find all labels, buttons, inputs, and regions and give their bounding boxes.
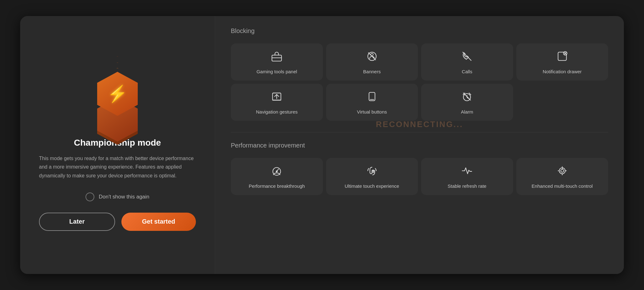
- notification-off-icon: [556, 50, 568, 64]
- performance-breakthrough-label: Performance breakthrough: [249, 183, 305, 189]
- pulse-icon: [461, 165, 473, 178]
- right-panel: RECONNECTING... Blocking Gaming tools pa…: [215, 16, 624, 274]
- dont-show-radio[interactable]: [86, 192, 94, 201]
- gaming-tools-label: Gaming tools panel: [257, 68, 297, 75]
- get-started-button[interactable]: Get started: [121, 213, 196, 231]
- navigation-gestures-label: Navigation gestures: [256, 109, 298, 115]
- feature-banners[interactable]: Banners: [326, 43, 418, 81]
- feature-navigation-gestures[interactable]: Navigation gestures: [231, 84, 323, 121]
- feature-alarm[interactable]: Alarm: [421, 84, 513, 121]
- multi-touch-icon: [556, 165, 568, 178]
- feature-performance-breakthrough[interactable]: Performance breakthrough: [231, 158, 323, 195]
- alarm-label: Alarm: [461, 109, 473, 115]
- notification-drawer-label: Notification drawer: [543, 68, 582, 75]
- mode-description: This mode gets you ready for a match wit…: [39, 154, 196, 180]
- left-panel: ⚡ Championship mode This mode gets you r…: [20, 16, 215, 274]
- feature-notification-drawer[interactable]: Notification drawer: [516, 43, 608, 81]
- virtual-btn-icon: [366, 91, 378, 104]
- performance-title: Performance improvement: [231, 142, 608, 149]
- bolt-icon: ⚡: [107, 84, 128, 103]
- svg-point-4: [371, 53, 373, 56]
- svg-point-22: [561, 169, 564, 172]
- stable-refresh-label: Stable refresh rate: [448, 183, 486, 189]
- phone-off-icon: [461, 50, 473, 64]
- later-button[interactable]: Later: [39, 213, 115, 231]
- section-divider: [231, 132, 608, 132]
- feature-virtual-buttons[interactable]: Virtual buttons: [326, 84, 418, 121]
- reconnecting-text: RECONNECTING...: [376, 120, 463, 129]
- svg-line-5: [463, 52, 471, 61]
- blocking-grid: Gaming tools panel Banners: [231, 43, 608, 121]
- ultimate-touch-label: Ultimate touch experience: [345, 183, 399, 189]
- enhanced-touch-label: Enhanced multi-touch control: [532, 183, 593, 189]
- dont-show-row: Don't show this again: [86, 192, 149, 201]
- calls-label: Calls: [462, 68, 472, 75]
- performance-grid: Performance breakthrough Ultimate touch …: [231, 158, 608, 195]
- touch-wave-icon: [366, 165, 378, 178]
- button-row: Later Get started: [39, 213, 196, 231]
- blocking-title: Blocking: [231, 27, 608, 35]
- championship-icon: ⚡: [77, 59, 158, 128]
- nav-gesture-icon: [271, 91, 283, 104]
- toolbox-icon: [271, 50, 283, 64]
- feature-ultimate-touch[interactable]: Ultimate touch experience: [326, 158, 418, 195]
- feature-enhanced-touch[interactable]: Enhanced multi-touch control: [516, 158, 608, 195]
- svg-line-15: [464, 93, 471, 100]
- virtual-buttons-label: Virtual buttons: [357, 109, 387, 115]
- main-container: ⚡ Championship mode This mode gets you r…: [20, 16, 624, 274]
- banners-label: Banners: [363, 68, 381, 75]
- ban-circle-icon: [366, 50, 378, 64]
- feature-gaming-tools[interactable]: Gaming tools panel: [231, 43, 323, 81]
- speedometer-icon: [271, 165, 283, 178]
- svg-point-20: [276, 171, 277, 172]
- feature-calls[interactable]: Calls: [421, 43, 513, 81]
- alarm-off-icon: [461, 91, 473, 104]
- feature-stable-refresh[interactable]: Stable refresh rate: [421, 158, 513, 195]
- dont-show-label: Don't show this again: [99, 194, 149, 200]
